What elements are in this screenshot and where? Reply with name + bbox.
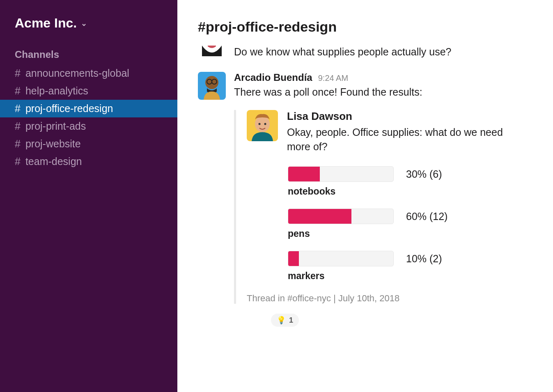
message-text: Do we know what supplies people actually… <box>234 46 532 58</box>
poll-option-notebooks: 30% (6)notebooks <box>288 166 532 197</box>
sidebar: Acme Inc. ⌄ Channels #announcements-glob… <box>0 0 177 392</box>
avatar <box>198 72 226 100</box>
svg-point-8 <box>259 123 261 125</box>
poll-value: 60% (12) <box>406 211 447 222</box>
workspace-name-text: Acme Inc. <box>15 16 77 31</box>
poll-option-markers: 10% (2)markers <box>288 251 532 282</box>
avatar <box>247 110 278 141</box>
channel-item-team-design[interactable]: #team-design <box>0 153 177 170</box>
channel-name: help-analytics <box>25 85 88 97</box>
channel-item-help-analytics[interactable]: #help-analytics <box>0 82 177 100</box>
message: Arcadio Buendía 9:24 AM There was a poll… <box>198 72 532 327</box>
channel-name: announcements-global <box>25 67 129 79</box>
hash-icon: # <box>15 67 21 79</box>
poll-value: 10% (2) <box>406 253 442 265</box>
poll-label: markers <box>288 271 532 282</box>
avatar <box>198 46 226 56</box>
poll-bar-fill <box>288 167 320 181</box>
channel-item-proj-website[interactable]: #proj-website <box>0 135 177 153</box>
poll-bar[interactable] <box>288 166 394 182</box>
channel-name: team-design <box>25 156 82 167</box>
poll-bar-fill <box>288 209 351 224</box>
channel-item-announcements-global[interactable]: #announcements-global <box>0 64 177 82</box>
channel-name: proj-website <box>25 138 81 150</box>
poll-label: pens <box>288 228 532 239</box>
message-text: There was a poll once! Found the results… <box>234 85 532 99</box>
channel-name: proj-print-ads <box>25 120 86 132</box>
poll-bar-fill <box>288 251 299 266</box>
hash-icon: # <box>15 85 21 97</box>
poll-label: notebooks <box>288 186 532 197</box>
reaction-bulb[interactable]: 💡 1 <box>271 314 299 327</box>
hash-icon: # <box>15 120 21 132</box>
poll: 30% (6)notebooks60% (12)pens10% (2)marke… <box>247 166 532 282</box>
hash-icon: # <box>15 156 21 167</box>
poll-value: 30% (6) <box>406 168 442 180</box>
svg-point-9 <box>264 123 266 125</box>
message-author: Arcadio Buendía <box>234 72 312 83</box>
attachment-author: Lisa Dawson <box>287 110 532 123</box>
workspace-switcher[interactable]: Acme Inc. ⌄ <box>0 16 177 32</box>
hash-icon: # <box>15 103 21 115</box>
hash-icon: # <box>15 138 21 150</box>
poll-option-pens: 60% (12)pens <box>288 209 532 239</box>
poll-bar[interactable] <box>288 251 394 266</box>
main-panel: #proj-office-redesign Do we know what su… <box>177 0 553 392</box>
channels-section-header: Channels <box>0 32 177 64</box>
chevron-down-icon: ⌄ <box>81 19 87 28</box>
channel-name: proj-office-redesign <box>25 103 113 115</box>
poll-bar[interactable] <box>288 209 394 224</box>
channel-list: #announcements-global#help-analytics#pro… <box>0 64 177 170</box>
lightbulb-icon: 💡 <box>277 316 286 325</box>
message-previous: Do we know what supplies people actually… <box>198 46 532 58</box>
channel-item-proj-print-ads[interactable]: #proj-print-ads <box>0 117 177 135</box>
message-timestamp: 9:24 AM <box>318 73 348 83</box>
channel-title: #proj-office-redesign <box>198 19 532 35</box>
reaction-count: 1 <box>289 316 293 325</box>
attachment-footer: Thread in #office-nyc | July 10th, 2018 <box>247 293 532 304</box>
attachment-text: Okay, people. Office supplies: what do w… <box>287 125 517 154</box>
message-attachment: Lisa Dawson Okay, people. Office supplie… <box>234 110 532 304</box>
reaction-bar: 💡 1 <box>271 314 532 327</box>
channel-item-proj-office-redesign[interactable]: #proj-office-redesign <box>0 100 177 117</box>
